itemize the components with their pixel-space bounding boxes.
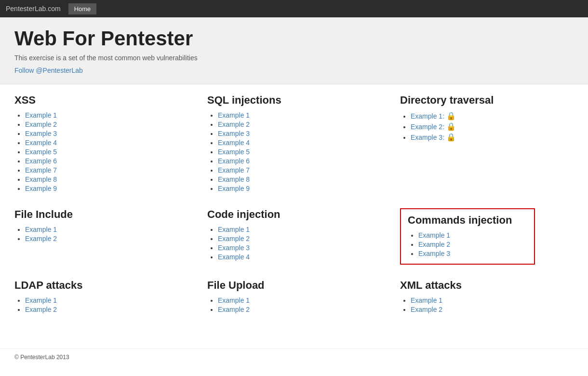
list-item: Example 2 bbox=[25, 121, 188, 128]
list-item: Example 2 bbox=[411, 306, 574, 313]
list-item: Example 2 bbox=[25, 306, 188, 313]
highlight-box: Commands injectionExample 1Example 2Exam… bbox=[400, 208, 535, 265]
list-item: Example 2 bbox=[218, 306, 381, 313]
example-link[interactable]: Example 1 bbox=[411, 296, 442, 304]
section-title-fileinclude: File Include bbox=[14, 208, 188, 221]
example-link[interactable]: Example 2 bbox=[218, 235, 250, 242]
example-link[interactable]: Example 7 bbox=[25, 166, 57, 174]
brand-label: PentesterLab.com bbox=[6, 5, 61, 13]
list-item: Example 9 bbox=[218, 185, 381, 192]
section-fileupload: File UploadExample 1Example 2 bbox=[207, 279, 381, 315]
example-link[interactable]: Example 3: bbox=[411, 134, 444, 141]
list-item: Example 5 bbox=[218, 148, 381, 156]
example-link[interactable]: Example 3 bbox=[25, 130, 57, 137]
navbar: PentesterLab.com Home bbox=[0, 0, 588, 17]
example-link[interactable]: Example 2 bbox=[25, 306, 57, 313]
list-item: Example 3: bbox=[411, 133, 574, 142]
section-title-cmdinjection: Commands injection bbox=[408, 214, 527, 227]
section-fileinclude: File IncludeExample 1Example 2 bbox=[14, 208, 188, 265]
list-item: Example 4 bbox=[218, 253, 381, 261]
example-link[interactable]: Example 3 bbox=[418, 250, 450, 257]
list-item: Example 8 bbox=[25, 175, 188, 183]
list-item: Example 1 bbox=[218, 111, 381, 119]
example-link[interactable]: Example 6 bbox=[218, 157, 250, 165]
section-codeinjection: Code injectionExample 1Example 2Example … bbox=[207, 208, 381, 265]
example-link[interactable]: Example 1: bbox=[411, 112, 444, 120]
main-content: XSSExample 1Example 2Example 3Example 4E… bbox=[0, 94, 588, 344]
example-link[interactable]: Example 6 bbox=[25, 157, 57, 165]
list-item: Example 1 bbox=[25, 111, 188, 119]
example-link[interactable]: Example 4 bbox=[25, 139, 57, 147]
sections-grid: XSSExample 1Example 2Example 3Example 4E… bbox=[14, 94, 574, 329]
section-dir: Directory traversalExample 1:Example 2:E… bbox=[400, 94, 574, 194]
list-item: Example 2 bbox=[218, 121, 381, 128]
list-item: Example 9 bbox=[25, 185, 188, 192]
subtitle: This exercise is a set of the most commo… bbox=[14, 54, 574, 62]
example-link[interactable]: Example 4 bbox=[218, 139, 250, 147]
example-link[interactable]: Example 2 bbox=[411, 306, 442, 313]
list-item: Example 5 bbox=[25, 148, 188, 156]
list-item: Example 3 bbox=[25, 130, 188, 137]
example-link[interactable]: Example 2: bbox=[411, 123, 444, 131]
example-link[interactable]: Example 1 bbox=[418, 231, 450, 239]
section-xml: XML attacksExample 1Example 2 bbox=[400, 279, 574, 315]
example-link[interactable]: Example 1 bbox=[218, 296, 250, 304]
example-link[interactable]: Example 1 bbox=[218, 226, 250, 233]
section-title-sql: SQL injections bbox=[207, 94, 381, 107]
example-link[interactable]: Example 3 bbox=[218, 244, 250, 252]
list-item: Example 3 bbox=[418, 250, 527, 257]
list-item: Example 1 bbox=[418, 231, 527, 239]
list-item: Example 6 bbox=[25, 157, 188, 165]
lock-icon bbox=[444, 123, 456, 131]
home-button[interactable]: Home bbox=[68, 3, 97, 14]
example-link[interactable]: Example 1 bbox=[25, 111, 57, 119]
example-link[interactable]: Example 3 bbox=[218, 130, 250, 137]
list-item: Example 2: bbox=[411, 122, 574, 131]
lock-icon bbox=[444, 112, 456, 120]
example-link[interactable]: Example 2 bbox=[218, 306, 250, 313]
example-link[interactable]: Example 8 bbox=[218, 175, 250, 183]
list-item: Example 4 bbox=[25, 139, 188, 147]
list-item: Example 3 bbox=[218, 244, 381, 252]
footer-text: © PentesterLab 2013 bbox=[14, 354, 69, 361]
lock-icon bbox=[444, 134, 456, 141]
example-link[interactable]: Example 2 bbox=[25, 235, 57, 242]
list-item: Example 2 bbox=[25, 235, 188, 242]
example-link[interactable]: Example 2 bbox=[418, 241, 450, 248]
section-cmdinjection: Commands injectionExample 1Example 2Exam… bbox=[400, 208, 574, 265]
section-title-fileupload: File Upload bbox=[207, 279, 381, 292]
example-link[interactable]: Example 5 bbox=[218, 148, 250, 156]
example-link[interactable]: Example 5 bbox=[25, 148, 57, 156]
section-title-xml: XML attacks bbox=[400, 279, 574, 292]
example-link[interactable]: Example 1 bbox=[25, 226, 57, 233]
example-link[interactable]: Example 1 bbox=[25, 296, 57, 304]
section-xss: XSSExample 1Example 2Example 3Example 4E… bbox=[14, 94, 188, 194]
list-item: Example 1 bbox=[411, 296, 574, 304]
example-link[interactable]: Example 8 bbox=[25, 175, 57, 183]
example-link[interactable]: Example 7 bbox=[218, 166, 250, 174]
example-link[interactable]: Example 4 bbox=[218, 253, 250, 261]
list-item: Example 3 bbox=[218, 130, 381, 137]
example-link[interactable]: Example 1 bbox=[218, 111, 250, 119]
section-title-codeinjection: Code injection bbox=[207, 208, 381, 221]
list-item: Example 2 bbox=[218, 235, 381, 242]
list-item: Example 7 bbox=[218, 166, 381, 174]
list-item: Example 7 bbox=[25, 166, 188, 174]
section-title-xss: XSS bbox=[14, 94, 188, 107]
header: Web For Pentester This exercise is a set… bbox=[0, 17, 588, 84]
section-sql: SQL injectionsExample 1Example 2Example … bbox=[207, 94, 381, 194]
example-link[interactable]: Example 9 bbox=[218, 185, 250, 192]
section-ldap: LDAP attacksExample 1Example 2 bbox=[14, 279, 188, 315]
list-item: Example 1 bbox=[25, 296, 188, 304]
list-item: Example 6 bbox=[218, 157, 381, 165]
list-item: Example 1 bbox=[25, 226, 188, 233]
example-link[interactable]: Example 9 bbox=[25, 185, 57, 192]
example-link[interactable]: Example 2 bbox=[218, 121, 250, 128]
follow-link[interactable]: Follow @PentesterLab bbox=[14, 67, 83, 74]
example-link[interactable]: Example 2 bbox=[25, 121, 57, 128]
list-item: Example 4 bbox=[218, 139, 381, 147]
list-item: Example 1 bbox=[218, 296, 381, 304]
list-item: Example 2 bbox=[418, 241, 527, 248]
section-title-ldap: LDAP attacks bbox=[14, 279, 188, 292]
list-item: Example 8 bbox=[218, 175, 381, 183]
